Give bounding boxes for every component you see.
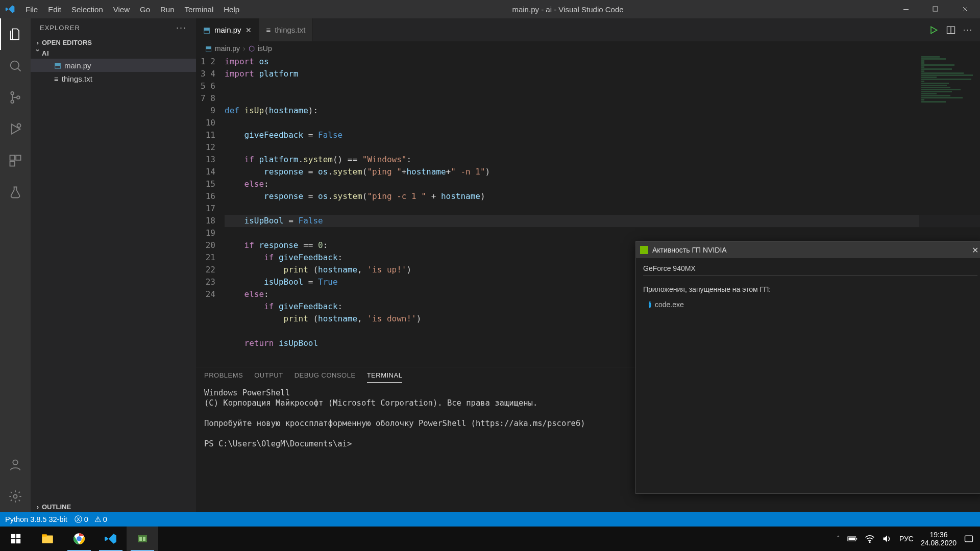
taskbar-vscode-icon[interactable]	[95, 527, 127, 551]
tray-battery-icon[interactable]	[847, 535, 857, 542]
tab-things-txt[interactable]: ≡ things.txt	[259, 18, 313, 41]
svg-rect-1	[933, 7, 938, 11]
nvidia-close-button[interactable]: ✕	[970, 245, 980, 255]
section-open-editors[interactable]: › OPEN EDITORS	[31, 37, 196, 48]
breadcrumb-symbol[interactable]: isUp	[258, 44, 272, 53]
section-outline[interactable]: › OUTLINE	[31, 502, 196, 512]
menu-run[interactable]: Run	[155, 1, 180, 18]
titlebar: File Edit Selection View Go Run Terminal…	[0, 0, 980, 18]
tray-volume-icon[interactable]	[882, 534, 892, 543]
tray-date: 24.08.2020	[921, 539, 957, 547]
panel-tab-problems[interactable]: PROBLEMS	[204, 371, 243, 383]
svg-point-20	[77, 536, 82, 541]
status-python-version[interactable]: Python 3.8.5 32-bit	[5, 515, 67, 523]
taskbar-nvidia-icon[interactable]	[127, 527, 158, 551]
svg-rect-26	[848, 538, 855, 540]
activity-settings-icon[interactable]	[0, 481, 31, 512]
split-editor-button[interactable]	[946, 25, 956, 35]
outline-label: OUTLINE	[42, 503, 71, 511]
menu-selection[interactable]: Selection	[66, 1, 108, 18]
nvidia-titlebar[interactable]: Активность ГП NVIDIA ✕	[636, 242, 980, 258]
activity-extensions-icon[interactable]	[0, 145, 31, 177]
svg-rect-28	[965, 536, 973, 542]
tab-label: things.txt	[275, 26, 305, 34]
windows-taskbar: ˄ РУС 19:36 24.08.2020	[0, 527, 980, 551]
tray-time: 19:36	[921, 531, 957, 539]
activity-accounts-icon[interactable]	[0, 449, 31, 481]
line-gutter: 1 2 3 4 5 6 7 8 9 10 11 12 13 14 15 16 1…	[196, 56, 225, 367]
chevron-right-icon: ›	[243, 44, 246, 53]
chevron-down-icon: ›	[34, 49, 42, 58]
chevron-right-icon: ›	[34, 503, 42, 511]
breadcrumb[interactable]: ⬒ main.py › ⬡ isUp	[196, 41, 980, 56]
statusbar: Python 3.8.5 32-bit ⓧ0 ⚠0	[0, 512, 980, 527]
panel-tab-output[interactable]: OUTPUT	[254, 371, 283, 383]
tray-chevron-icon[interactable]: ˄	[837, 535, 840, 543]
activity-source-control-icon[interactable]	[0, 82, 31, 113]
nvidia-gpu-name: GeForce 940MX	[643, 264, 977, 276]
tray-clock[interactable]: 19:36 24.08.2020	[921, 531, 957, 547]
tray-wifi-icon[interactable]	[865, 535, 875, 543]
taskbar-chrome-icon[interactable]	[63, 527, 95, 551]
file-label: things.txt	[62, 74, 92, 83]
svg-point-6	[17, 124, 21, 128]
menu-file[interactable]: File	[20, 1, 43, 18]
explorer-title: EXPLORER	[40, 24, 80, 32]
open-editors-label: OPEN EDITORS	[42, 39, 92, 46]
status-problems[interactable]: ⓧ0 ⚠0	[75, 515, 107, 524]
svg-rect-23	[143, 537, 145, 541]
activity-bar	[0, 18, 31, 512]
svg-point-11	[14, 495, 17, 498]
menu-go[interactable]: Go	[135, 1, 155, 18]
breadcrumb-file[interactable]: main.py	[215, 44, 240, 53]
activity-explorer-icon[interactable]	[0, 18, 31, 50]
svg-point-5	[17, 96, 20, 99]
panel-tab-debug-console[interactable]: DEBUG CONSOLE	[295, 371, 356, 383]
file-item-main-py[interactable]: ⬒ main.py	[31, 59, 196, 72]
activity-search-icon[interactable]	[0, 50, 31, 82]
close-button[interactable]	[950, 0, 980, 18]
vscode-small-icon: ≬	[648, 300, 652, 309]
minimize-button[interactable]	[891, 0, 921, 18]
section-folder[interactable]: › AI	[31, 48, 196, 59]
python-file-icon: ⬒	[203, 26, 210, 35]
editor-tabs: ⬒ main.py ✕ ≡ things.txt ···	[196, 18, 980, 41]
panel-tab-terminal[interactable]: TERMINAL	[367, 371, 403, 383]
tab-main-py[interactable]: ⬒ main.py ✕	[196, 18, 259, 41]
menu-help[interactable]: Help	[218, 1, 244, 18]
svg-rect-18	[42, 534, 47, 536]
close-icon[interactable]: ✕	[246, 26, 252, 34]
nvidia-window-title: Активность ГП NVIDIA	[652, 246, 966, 254]
taskbar-explorer-icon[interactable]	[32, 527, 63, 551]
nvidia-app-item: ≬ code.exe	[643, 300, 977, 309]
svg-point-4	[11, 100, 14, 103]
menu-view[interactable]: View	[108, 1, 135, 18]
tray-language[interactable]: РУС	[899, 535, 914, 543]
nvidia-apps-label: Приложения, запущенные на этом ГП:	[643, 285, 977, 293]
explorer-more-icon[interactable]: ···	[176, 22, 187, 33]
run-button[interactable]	[928, 25, 939, 35]
svg-rect-15	[11, 539, 15, 543]
activity-run-debug-icon[interactable]	[0, 113, 31, 145]
menu-terminal[interactable]: Terminal	[180, 1, 219, 18]
error-count: 0	[84, 515, 88, 523]
file-label: main.py	[64, 61, 91, 70]
text-file-icon: ≡	[54, 74, 59, 83]
symbol-method-icon: ⬡	[249, 44, 255, 53]
activity-testing-icon[interactable]	[0, 177, 31, 208]
svg-point-10	[13, 460, 17, 465]
nvidia-activity-window[interactable]: Активность ГП NVIDIA ✕ GeForce 940MX При…	[635, 241, 980, 494]
start-button[interactable]	[0, 527, 32, 551]
more-actions-button[interactable]: ···	[963, 26, 973, 35]
nvidia-logo-icon	[640, 246, 648, 254]
sidebar-explorer: EXPLORER ··· › OPEN EDITORS › AI ⬒ main.…	[31, 18, 196, 512]
file-item-things-txt[interactable]: ≡ things.txt	[31, 72, 196, 85]
warning-count: 0	[103, 515, 107, 523]
svg-rect-7	[10, 156, 15, 160]
svg-point-27	[869, 542, 870, 543]
workspace-folder-name: AI	[42, 49, 49, 57]
menu-edit[interactable]: Edit	[43, 1, 66, 18]
svg-rect-16	[16, 539, 20, 543]
maximize-button[interactable]	[921, 0, 950, 18]
tray-notifications-icon[interactable]	[964, 534, 974, 543]
